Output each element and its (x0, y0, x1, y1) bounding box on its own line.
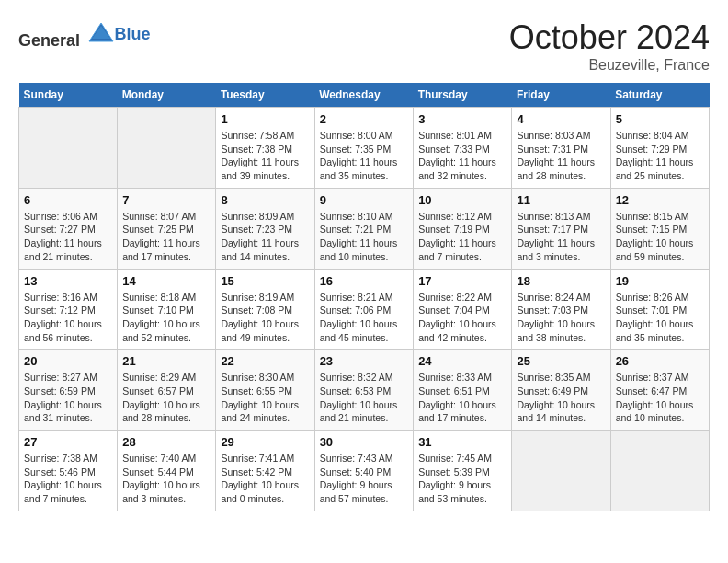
calendar-cell: 17Sunrise: 8:22 AMSunset: 7:04 PMDayligh… (414, 269, 512, 350)
day-number: 11 (517, 193, 605, 207)
calendar-cell (19, 108, 118, 189)
calendar-cell: 3Sunrise: 8:01 AMSunset: 7:33 PMDaylight… (414, 108, 512, 189)
calendar-cell: 18Sunrise: 8:24 AMSunset: 7:03 PMDayligh… (512, 269, 610, 350)
day-info: Sunrise: 8:33 AMSunset: 6:51 PMDaylight:… (418, 371, 506, 425)
day-info: Sunrise: 8:22 AMSunset: 7:04 PMDaylight:… (418, 291, 506, 345)
day-number: 9 (320, 193, 409, 207)
day-info: Sunrise: 8:10 AMSunset: 7:21 PMDaylight:… (320, 210, 409, 264)
day-number: 26 (616, 354, 704, 368)
week-row-1: 6Sunrise: 8:06 AMSunset: 7:27 PMDaylight… (19, 188, 710, 269)
page-header: General Blue October 2024 Beuzeville, Fr… (18, 18, 710, 74)
calendar-cell: 12Sunrise: 8:15 AMSunset: 7:15 PMDayligh… (610, 188, 709, 269)
calendar-cell: 30Sunrise: 7:43 AMSunset: 5:40 PMDayligh… (314, 431, 414, 511)
calendar-cell: 23Sunrise: 8:32 AMSunset: 6:53 PMDayligh… (314, 350, 414, 431)
header-day-thursday: Thursday (414, 83, 512, 108)
day-number: 13 (24, 274, 112, 288)
calendar-cell: 1Sunrise: 7:58 AMSunset: 7:38 PMDaylight… (216, 108, 314, 189)
logo-icon (87, 18, 115, 46)
day-info: Sunrise: 8:16 AMSunset: 7:12 PMDaylight:… (24, 291, 112, 345)
calendar-cell: 29Sunrise: 7:41 AMSunset: 5:42 PMDayligh… (216, 431, 314, 511)
calendar-cell: 20Sunrise: 8:27 AMSunset: 6:59 PMDayligh… (19, 350, 118, 431)
day-info: Sunrise: 8:04 AMSunset: 7:29 PMDaylight:… (616, 129, 704, 183)
week-row-4: 27Sunrise: 7:38 AMSunset: 5:46 PMDayligh… (19, 431, 710, 511)
day-number: 12 (616, 193, 704, 207)
calendar-cell: 10Sunrise: 8:12 AMSunset: 7:19 PMDayligh… (414, 188, 512, 269)
day-number: 3 (418, 112, 506, 126)
day-number: 28 (122, 435, 210, 449)
day-number: 21 (122, 354, 210, 368)
day-number: 10 (418, 193, 506, 207)
calendar-cell: 16Sunrise: 8:21 AMSunset: 7:06 PMDayligh… (314, 269, 414, 350)
day-info: Sunrise: 8:30 AMSunset: 6:55 PMDaylight:… (221, 371, 309, 425)
header-day-friday: Friday (512, 83, 610, 108)
calendar-cell: 15Sunrise: 8:19 AMSunset: 7:08 PMDayligh… (216, 269, 314, 350)
day-info: Sunrise: 7:41 AMSunset: 5:42 PMDaylight:… (221, 452, 309, 506)
day-number: 20 (24, 354, 112, 368)
calendar-cell (610, 431, 709, 511)
calendar-cell: 24Sunrise: 8:33 AMSunset: 6:51 PMDayligh… (414, 350, 512, 431)
calendar-cell (118, 108, 216, 189)
day-number: 6 (24, 193, 112, 207)
calendar-cell: 2Sunrise: 8:00 AMSunset: 7:35 PMDaylight… (314, 108, 414, 189)
day-number: 15 (221, 274, 309, 288)
calendar-cell: 27Sunrise: 7:38 AMSunset: 5:46 PMDayligh… (19, 431, 118, 511)
calendar-cell: 25Sunrise: 8:35 AMSunset: 6:49 PMDayligh… (512, 350, 610, 431)
day-info: Sunrise: 8:27 AMSunset: 6:59 PMDaylight:… (24, 371, 112, 425)
day-info: Sunrise: 8:12 AMSunset: 7:19 PMDaylight:… (418, 210, 506, 264)
day-number: 7 (122, 193, 210, 207)
day-info: Sunrise: 8:03 AMSunset: 7:31 PMDaylight:… (517, 129, 605, 183)
header-day-sunday: Sunday (19, 83, 118, 108)
calendar-cell: 6Sunrise: 8:06 AMSunset: 7:27 PMDaylight… (19, 188, 118, 269)
day-info: Sunrise: 8:35 AMSunset: 6:49 PMDaylight:… (517, 371, 605, 425)
day-number: 4 (517, 112, 605, 126)
day-info: Sunrise: 8:19 AMSunset: 7:08 PMDaylight:… (221, 291, 309, 345)
day-number: 23 (320, 354, 409, 368)
day-info: Sunrise: 7:43 AMSunset: 5:40 PMDaylight:… (320, 452, 409, 506)
day-number: 24 (418, 354, 506, 368)
day-info: Sunrise: 8:26 AMSunset: 7:01 PMDaylight:… (616, 291, 704, 345)
header-day-wednesday: Wednesday (314, 83, 414, 108)
day-info: Sunrise: 8:07 AMSunset: 7:25 PMDaylight:… (122, 210, 210, 264)
calendar-cell: 14Sunrise: 8:18 AMSunset: 7:10 PMDayligh… (118, 269, 216, 350)
day-number: 30 (320, 435, 409, 449)
day-number: 8 (221, 193, 309, 207)
title-block: October 2024 Beuzeville, France (509, 18, 710, 74)
day-info: Sunrise: 7:38 AMSunset: 5:46 PMDaylight:… (24, 452, 112, 506)
day-number: 1 (221, 112, 309, 126)
day-info: Sunrise: 8:13 AMSunset: 7:17 PMDaylight:… (517, 210, 605, 264)
day-number: 5 (616, 112, 704, 126)
calendar-cell: 4Sunrise: 8:03 AMSunset: 7:31 PMDaylight… (512, 108, 610, 189)
day-info: Sunrise: 8:01 AMSunset: 7:33 PMDaylight:… (418, 129, 506, 183)
calendar-cell: 22Sunrise: 8:30 AMSunset: 6:55 PMDayligh… (216, 350, 314, 431)
day-info: Sunrise: 8:06 AMSunset: 7:27 PMDaylight:… (24, 210, 112, 264)
calendar-cell: 13Sunrise: 8:16 AMSunset: 7:12 PMDayligh… (19, 269, 118, 350)
day-info: Sunrise: 8:21 AMSunset: 7:06 PMDaylight:… (320, 291, 409, 345)
calendar-cell: 11Sunrise: 8:13 AMSunset: 7:17 PMDayligh… (512, 188, 610, 269)
day-number: 31 (418, 435, 506, 449)
day-info: Sunrise: 8:29 AMSunset: 6:57 PMDaylight:… (122, 371, 210, 425)
calendar-cell: 5Sunrise: 8:04 AMSunset: 7:29 PMDaylight… (610, 108, 709, 189)
week-row-3: 20Sunrise: 8:27 AMSunset: 6:59 PMDayligh… (19, 350, 710, 431)
logo-text-general: General (18, 31, 80, 50)
calendar-cell: 26Sunrise: 8:37 AMSunset: 6:47 PMDayligh… (610, 350, 709, 431)
calendar-cell: 21Sunrise: 8:29 AMSunset: 6:57 PMDayligh… (118, 350, 216, 431)
calendar-cell: 8Sunrise: 8:09 AMSunset: 7:23 PMDaylight… (216, 188, 314, 269)
week-row-0: 1Sunrise: 7:58 AMSunset: 7:38 PMDaylight… (19, 108, 710, 189)
day-number: 2 (320, 112, 409, 126)
week-row-2: 13Sunrise: 8:16 AMSunset: 7:12 PMDayligh… (19, 269, 710, 350)
day-info: Sunrise: 8:37 AMSunset: 6:47 PMDaylight:… (616, 371, 704, 425)
logo-text-blue: Blue (115, 25, 151, 43)
header-day-monday: Monday (118, 83, 216, 108)
day-number: 27 (24, 435, 112, 449)
day-number: 29 (221, 435, 309, 449)
day-info: Sunrise: 8:15 AMSunset: 7:15 PMDaylight:… (616, 210, 704, 264)
logo: General Blue (18, 18, 151, 51)
day-info: Sunrise: 8:24 AMSunset: 7:03 PMDaylight:… (517, 291, 605, 345)
day-info: Sunrise: 8:09 AMSunset: 7:23 PMDaylight:… (221, 210, 309, 264)
day-info: Sunrise: 8:00 AMSunset: 7:35 PMDaylight:… (320, 129, 409, 183)
calendar-cell: 7Sunrise: 8:07 AMSunset: 7:25 PMDaylight… (118, 188, 216, 269)
calendar-cell: 19Sunrise: 8:26 AMSunset: 7:01 PMDayligh… (610, 269, 709, 350)
day-info: Sunrise: 8:18 AMSunset: 7:10 PMDaylight:… (122, 291, 210, 345)
day-number: 22 (221, 354, 309, 368)
day-number: 14 (122, 274, 210, 288)
